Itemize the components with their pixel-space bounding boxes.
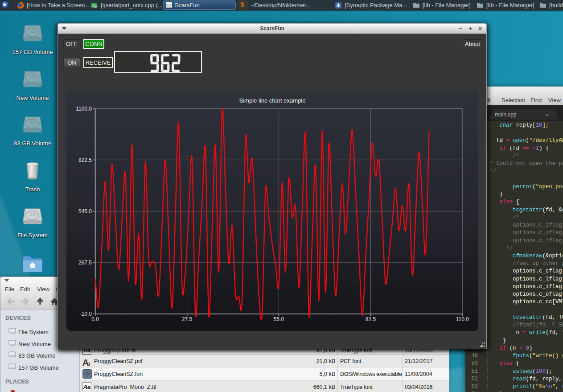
svg-text:822.5: 822.5 <box>78 157 92 163</box>
svg-text:1100.0: 1100.0 <box>76 106 92 112</box>
svg-text:Aa: Aa <box>83 384 91 390</box>
svg-text:82.5: 82.5 <box>366 316 376 322</box>
svg-text:Qt: Qt <box>92 4 95 8</box>
svg-text:110.0: 110.0 <box>456 316 469 322</box>
svg-text:55.0: 55.0 <box>274 316 284 322</box>
svg-text:×: × <box>546 111 549 118</box>
svg-text:545.0: 545.0 <box>78 208 92 215</box>
svg-text:A: A <box>82 357 89 367</box>
svg-text:main.cpp: main.cpp <box>495 111 517 118</box>
svg-text:0.0: 0.0 <box>91 316 99 322</box>
svg-text:27.5: 27.5 <box>182 316 193 322</box>
svg-text:-10.0: -10.0 <box>80 311 92 317</box>
svg-text:267.5: 267.5 <box>78 260 92 266</box>
